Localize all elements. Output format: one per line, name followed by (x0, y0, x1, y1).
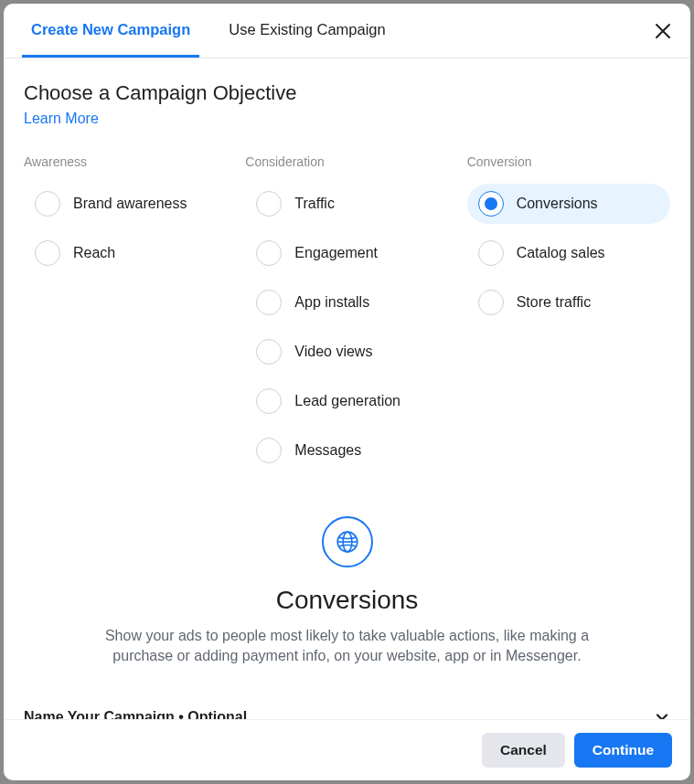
learn-more-link[interactable]: Learn More (24, 111, 99, 127)
radio-icon (35, 240, 60, 266)
objective-catalog-sales[interactable]: Catalog sales (467, 233, 670, 273)
content-area: Choose a Campaign Objective Learn More A… (4, 58, 690, 719)
continue-button[interactable]: Continue (574, 733, 672, 768)
column-title-consideration: Consideration (245, 154, 448, 169)
objective-video-views[interactable]: Video views (245, 332, 448, 372)
radio-label: Traffic (294, 196, 335, 212)
campaign-modal: Create New Campaign Use Existing Campaig… (4, 4, 690, 780)
objective-reach[interactable]: Reach (24, 233, 227, 273)
column-title-awareness: Awareness (24, 154, 227, 169)
column-awareness: Awareness Brand awareness Reach (24, 154, 227, 480)
tab-create-new[interactable]: Create New Campaign (22, 4, 199, 58)
radio-icon (478, 290, 504, 315)
objective-traffic[interactable]: Traffic (245, 184, 448, 224)
objective-engagement[interactable]: Engagement (245, 233, 448, 273)
radio-label: Brand awareness (73, 196, 187, 212)
objective-columns: Awareness Brand awareness Reach Consider… (24, 154, 670, 480)
objective-conversions[interactable]: Conversions (467, 184, 670, 224)
objective-lead-generation[interactable]: Lead generation (245, 381, 448, 421)
column-title-conversion: Conversion (467, 154, 670, 169)
radio-icon (256, 388, 282, 414)
objective-brand-awareness[interactable]: Brand awareness (24, 184, 227, 224)
radio-label: Messages (294, 442, 361, 459)
page-title: Choose a Campaign Objective (24, 81, 670, 105)
name-campaign-label: Name Your Campaign • Optional (24, 709, 247, 719)
column-consideration: Consideration Traffic Engagement App ins… (245, 154, 448, 480)
radio-label: Video views (294, 344, 372, 360)
column-conversion: Conversion Conversions Catalog sales Sto… (467, 154, 670, 480)
radio-icon (478, 191, 504, 217)
radio-label: Lead generation (294, 393, 400, 409)
radio-label: Catalog sales (517, 245, 605, 261)
cancel-button[interactable]: Cancel (482, 733, 565, 768)
radio-label: Reach (73, 245, 115, 261)
radio-icon (256, 339, 282, 365)
name-campaign-toggle[interactable]: Name Your Campaign • Optional (24, 704, 670, 719)
tab-use-existing[interactable]: Use Existing Campaign (219, 4, 395, 58)
radio-icon (35, 191, 60, 217)
footer: Cancel Continue (4, 719, 690, 780)
x-icon (655, 23, 671, 39)
detail-description: Show your ads to people most likely to t… (79, 626, 615, 667)
chevron-down-icon (654, 709, 670, 719)
radio-label: App installs (294, 294, 369, 311)
radio-label: Engagement (294, 245, 378, 261)
close-icon[interactable] (654, 22, 672, 40)
radio-label: Store traffic (517, 294, 592, 311)
radio-icon (256, 191, 282, 217)
radio-label: Conversions (517, 196, 598, 212)
objective-detail: Conversions Show your ads to people most… (24, 516, 670, 667)
radio-icon (478, 240, 504, 266)
radio-icon (256, 290, 282, 315)
radio-icon (256, 240, 282, 266)
detail-title: Conversions (79, 586, 615, 615)
objective-messages[interactable]: Messages (245, 430, 448, 471)
objective-store-traffic[interactable]: Store traffic (467, 282, 670, 323)
tabs-bar: Create New Campaign Use Existing Campaig… (4, 4, 690, 58)
globe-icon (322, 516, 373, 567)
radio-icon (256, 438, 282, 463)
objective-app-installs[interactable]: App installs (245, 282, 448, 323)
